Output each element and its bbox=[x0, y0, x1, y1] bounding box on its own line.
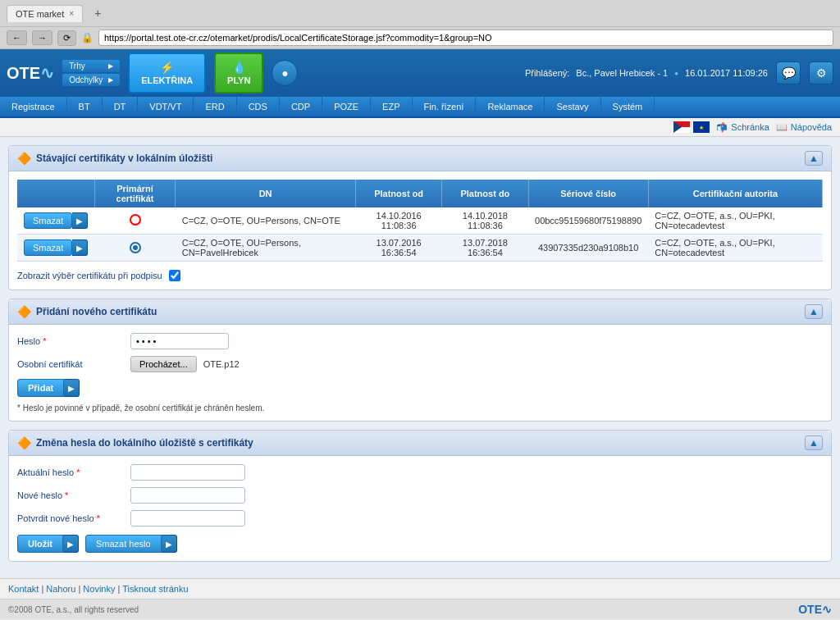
delete-password-arrow-button[interactable]: ▶ bbox=[162, 535, 177, 553]
nav-trhy[interactable]: Trhy ▶ bbox=[62, 60, 120, 72]
nove-heslo-input[interactable] bbox=[130, 487, 245, 504]
address-input[interactable] bbox=[98, 30, 833, 46]
active-tab[interactable]: OTE market × bbox=[7, 5, 83, 22]
nav-reklamace[interactable]: Reklamace bbox=[476, 97, 545, 116]
section-certificates: 🔶 Stávající certifikáty v lokálním úloži… bbox=[8, 145, 832, 290]
nav-odchylky[interactable]: Odchylky ▶ bbox=[62, 74, 120, 86]
schránka-link[interactable]: 📬 Schránka bbox=[716, 122, 769, 133]
new-tab-button[interactable]: + bbox=[88, 3, 107, 23]
footer-copyright: ©2008 OTE, a.s., all rights reserved OTE… bbox=[0, 599, 840, 619]
heslo-input[interactable] bbox=[130, 333, 229, 349]
czech-flag-icon bbox=[673, 121, 690, 133]
dn-cell-1: C=CZ, O=OTE, OU=Persons, CN=OTE bbox=[176, 207, 356, 235]
seriove-cislo-cell-1: 00bcc95159680f75198890 bbox=[528, 207, 648, 235]
nav-vdtvt[interactable]: VDT/VT bbox=[138, 97, 194, 116]
delete-arrow-1[interactable]: ▶ bbox=[72, 212, 88, 229]
footer-kontakt[interactable]: Kontakt bbox=[8, 584, 39, 594]
primary-radio-2[interactable] bbox=[130, 242, 141, 253]
table-row: Smazat ▶ C=CZ, O=OTE, OU=Persons, CN=Pav… bbox=[17, 235, 823, 262]
potvrdit-label: Potvrdit nové heslo * bbox=[17, 513, 124, 523]
radio-cell-2 bbox=[94, 235, 175, 262]
back-button[interactable]: ← bbox=[7, 30, 27, 45]
col-platnost-od: Platnost od bbox=[355, 180, 441, 207]
logo: OTE ∿ bbox=[7, 63, 54, 83]
collapse-add-cert-button[interactable]: ▲ bbox=[805, 304, 823, 319]
show-cert-checkbox[interactable] bbox=[169, 270, 180, 281]
potvrdit-heslo-input[interactable] bbox=[130, 510, 245, 527]
save-arrow-button[interactable]: ▶ bbox=[63, 535, 79, 553]
delete-button-1[interactable]: Smazat bbox=[24, 212, 72, 229]
eu-flag-icon: ★ bbox=[693, 121, 710, 133]
aktualni-label: Aktuální heslo * bbox=[17, 467, 124, 477]
chat-button[interactable]: 💬 bbox=[776, 62, 801, 84]
nav-elektrina-button[interactable]: ⚡ ELEKTŘINA bbox=[128, 52, 206, 93]
delete-password-button[interactable]: Smazat heslo bbox=[85, 535, 162, 553]
nav-registrace[interactable]: Registrace bbox=[0, 97, 67, 116]
platnost-do-cell-2: 13.07.2018 16:36:54 bbox=[442, 235, 528, 262]
browse-button[interactable]: Procházet... bbox=[130, 356, 197, 372]
section-change-password-title: 🔶 Změna hesla do lokálního úložiště s ce… bbox=[17, 436, 253, 449]
delete-button-2[interactable]: Smazat bbox=[24, 239, 72, 256]
nav-fin-rizeni[interactable]: Fin. řízení bbox=[413, 97, 477, 116]
nav-system[interactable]: Systém bbox=[601, 97, 655, 116]
nav-sestavy[interactable]: Sestavy bbox=[545, 97, 600, 116]
nav-cdp[interactable]: CDP bbox=[280, 97, 322, 116]
nav-cds[interactable]: CDS bbox=[237, 97, 280, 116]
user-name: Bc., Pavel Hrebicek - 1 bbox=[576, 68, 668, 78]
circle-blue-button[interactable]: ● bbox=[272, 60, 298, 86]
certif-autorita-cell-2: C=CZ, O=OTE, a.s., OU=PKI, CN=otecadevte… bbox=[648, 235, 822, 262]
platnost-od-cell-1: 14.10.2016 11:08:36 bbox=[355, 207, 441, 235]
aktualni-row: Aktuální heslo * bbox=[17, 464, 823, 481]
certificates-table: Primární certifikát DN Platnost od Platn… bbox=[17, 180, 823, 262]
radio-cell-1 bbox=[94, 207, 175, 235]
nav-erd[interactable]: ERD bbox=[194, 97, 236, 116]
nav-bt[interactable]: BT bbox=[67, 97, 103, 116]
footer-nahoru[interactable]: Nahoru bbox=[46, 584, 75, 594]
datetime: 16.01.2017 11:09:26 bbox=[685, 68, 768, 78]
footer-tisknout[interactable]: Tisknout stránku bbox=[122, 584, 188, 594]
section-icon-add-cert: 🔶 bbox=[17, 305, 31, 318]
col-primary: Primární certifikát bbox=[94, 180, 175, 207]
nav-plyn-button[interactable]: 💧 PLYN bbox=[214, 52, 263, 93]
heslo-required: * bbox=[43, 336, 46, 346]
col-platnost-do: Platnost do bbox=[442, 180, 528, 207]
dn-cell-2: C=CZ, O=OTE, OU=Persons, CN=PavelHrebice… bbox=[176, 235, 356, 262]
nav-ezp[interactable]: EZP bbox=[371, 97, 412, 116]
aktualni-required: * bbox=[76, 467, 80, 477]
plyn-icon: 💧 bbox=[232, 61, 246, 74]
delete-btn-group-1: Smazat ▶ bbox=[24, 212, 88, 229]
refresh-button[interactable]: ⟳ bbox=[57, 30, 76, 46]
section-certificates-header: 🔶 Stávající certifikáty v lokálním úloži… bbox=[9, 146, 831, 171]
save-button[interactable]: Uložit bbox=[17, 535, 63, 553]
heslo-row: Heslo * bbox=[17, 333, 823, 349]
collapse-certificates-button[interactable]: ▲ bbox=[805, 151, 823, 166]
add-cert-footnote: * Heslo je povinné v případě, že osobní … bbox=[17, 403, 823, 413]
add-btn-row: Přidat ▶ bbox=[17, 379, 823, 397]
collapse-change-password-button[interactable]: ▲ bbox=[805, 435, 823, 450]
nav-poze[interactable]: POZE bbox=[322, 97, 371, 116]
nav-dt[interactable]: DT bbox=[103, 97, 139, 116]
tab-close-button[interactable]: × bbox=[69, 9, 74, 18]
app-header: OTE ∿ Trhy ▶ Odchylky ▶ ⚡ ELEKTŘINA 💧 PL… bbox=[0, 49, 840, 97]
file-name: OTE.p12 bbox=[203, 359, 240, 369]
chat-icon: 💬 bbox=[782, 66, 796, 80]
password-action-row: Uložit ▶ Smazat heslo ▶ bbox=[17, 535, 823, 553]
forward-button[interactable]: → bbox=[32, 30, 52, 45]
certifikat-label: Osobní certifikát bbox=[17, 359, 124, 369]
add-button[interactable]: Přidat bbox=[17, 379, 64, 397]
section-change-password: 🔶 Změna hesla do lokálního úložiště s ce… bbox=[8, 430, 832, 562]
settings-button[interactable]: ⚙ bbox=[809, 62, 833, 84]
aktualni-heslo-input[interactable] bbox=[130, 464, 245, 481]
delete-btn-group-2: Smazat ▶ bbox=[24, 239, 88, 256]
logo-wave: ∿ bbox=[40, 63, 54, 83]
nápověda-link[interactable]: 📖 Nápověda bbox=[776, 122, 832, 133]
elektrina-icon: ⚡ bbox=[160, 61, 174, 74]
header-user-info: Přihlášený: Bc., Pavel Hrebicek - 1 ● 16… bbox=[525, 68, 768, 78]
add-arrow-button[interactable]: ▶ bbox=[64, 379, 80, 397]
delete-arrow-2[interactable]: ▶ bbox=[72, 239, 88, 256]
browser-tab-bar: OTE market × + bbox=[0, 0, 840, 27]
primary-radio-1[interactable] bbox=[130, 214, 141, 226]
section-certificates-title: 🔶 Stávající certifikáty v lokálním úloži… bbox=[17, 152, 212, 165]
footer-novinky[interactable]: Novinky bbox=[83, 584, 115, 594]
section-change-password-header: 🔶 Změna hesla do lokálního úložiště s ce… bbox=[9, 431, 831, 456]
